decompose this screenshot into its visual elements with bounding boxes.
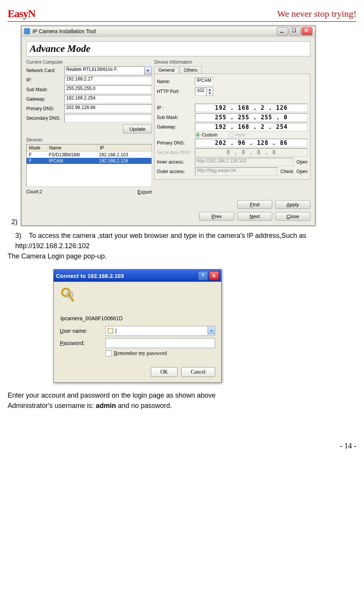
tab-others[interactable]: Others (180, 66, 202, 74)
device-row[interactable]: F IPCAM 192.168.2.126 (27, 158, 152, 164)
realm-text: ipcamera_00A8F100661D (61, 315, 215, 321)
install-tool-window: IP Camera Installation Tool Advance Mode… (21, 26, 316, 226)
svg-rect-1 (292, 29, 295, 32)
di-port-input[interactable]: 102 (195, 87, 206, 96)
user-icon (107, 328, 113, 334)
dev-name: FS/D13BM166I (46, 152, 97, 158)
username-label: User name: (60, 328, 105, 334)
di-ip-input[interactable]: 192 . 168 . 2 . 126 (195, 104, 308, 112)
cc-mask-input[interactable]: 255.255.255.0 (64, 85, 152, 94)
inner-url: http://192.168.2.126:102 (195, 158, 294, 166)
col-ip: IP (97, 144, 152, 151)
devinfo-label: Device Information (154, 59, 310, 65)
devices-header: Mode Name IP (27, 144, 152, 152)
step-2-num: 2) (11, 218, 18, 226)
dev-ip: 192.168.2.126 (97, 158, 152, 164)
close-window-icon[interactable] (301, 27, 313, 35)
window-body: Advance Mode Current Computer Network Ca… (22, 37, 315, 225)
logo: EasyN (8, 8, 35, 20)
login-title: Connect to 192.168.2.103 (56, 273, 197, 279)
count-label: Count:2 (26, 189, 64, 195)
find-button[interactable]: Find (237, 200, 272, 209)
next-button[interactable]: Next (237, 212, 272, 221)
devices-list[interactable]: Mode Name IP F FS/D13BM166I 192.168.2.10… (26, 144, 152, 187)
password-label: Password: (60, 340, 105, 346)
di-mask-label: Sub Mask: (157, 115, 195, 120)
cc-ip-label: IP: (26, 77, 64, 83)
update-button[interactable]: Update (123, 125, 152, 133)
col-mode: Mode (27, 144, 47, 151)
step-3-num: 3) (15, 232, 21, 239)
window-title: IP Camera Installation Tool (32, 28, 276, 34)
cc-gw-label: Gateway: (26, 96, 64, 102)
di-name-label: Name: (157, 79, 195, 84)
login-titlebar: Connect to 192.168.2.103 ? ✕ (54, 270, 221, 282)
dev-mode: F (27, 158, 46, 164)
login-body: ipcamera_00A8F100661D User name: ▾ Passw… (54, 282, 221, 382)
keys-icon (60, 286, 79, 305)
prev-button[interactable]: Prev (199, 212, 234, 221)
di-ip-label: IP : (157, 105, 195, 111)
cc-pdns-input[interactable]: 202.96.128.86 (64, 104, 152, 113)
di-name-input[interactable]: IPCAM (195, 77, 213, 86)
di-mask-input[interactable]: 255 . 255 . 255 . 0 (195, 113, 308, 122)
page-header: EasyN We never stop trying! (8, 8, 356, 22)
col-name: Name (47, 144, 97, 151)
outer-open-link[interactable]: Open (297, 169, 308, 174)
di-gw-label: Gateway: (157, 124, 195, 130)
radio-custom[interactable]: Custom (195, 132, 217, 138)
tab-content: Name:IPCAM HTTP Port:102▲▼ IP :192 . 168… (154, 74, 310, 180)
dev-ip: 192.168.2.103 (97, 152, 152, 158)
username-input[interactable]: ▾ (105, 326, 215, 336)
maximize-button[interactable] (289, 27, 300, 35)
inner-open-link[interactable]: Open (297, 159, 308, 165)
cc-gw-input[interactable]: 192.168.2.254 (64, 95, 152, 103)
ok-button[interactable]: OK (151, 367, 177, 377)
minimize-button[interactable] (277, 27, 288, 35)
slogan: We never stop trying! (277, 9, 356, 19)
tab-general[interactable]: General (154, 66, 179, 74)
app-icon (24, 28, 30, 34)
outer-check-link[interactable]: Check (281, 169, 294, 174)
outer-url: http://hkjg.easyn.hk (195, 167, 278, 176)
footer-line2: Administrator's username is: admin and n… (8, 401, 356, 411)
netcard-label: Network Card: (26, 68, 64, 73)
step-3-text: 3) To access the camera ,start your web … (15, 231, 356, 251)
help-icon[interactable]: ? (198, 271, 208, 280)
export-link[interactable]: Export (137, 189, 152, 195)
di-gw-input[interactable]: 192 . 168 . 2 . 254 (195, 123, 308, 131)
cc-sdns-input[interactable] (64, 114, 152, 122)
di-sdns-input: 0 . 0 . 0 . 0 (195, 148, 308, 157)
cc-ip-input[interactable]: 192.168.2.27 (64, 76, 152, 84)
current-computer-label: Current Computer (26, 59, 152, 65)
outer-label: Outer access: (157, 169, 195, 174)
remember-checkbox[interactable] (105, 350, 112, 356)
login-popup-text: The Camera Login page pop-up. (8, 251, 356, 262)
di-pdns-input[interactable]: 202 . 96 . 128 . 86 (195, 139, 308, 147)
netcard-select[interactable]: Realtek RTL8139/810x F. (64, 66, 144, 75)
apply-button[interactable]: Apply (275, 200, 310, 209)
login-dialog: Connect to 192.168.2.103 ? ✕ ipcamera_00… (53, 269, 222, 383)
radio-unchecked-icon (229, 132, 234, 138)
chevron-down-icon[interactable]: ▾ (208, 326, 215, 335)
dev-name: IPCAM (46, 158, 97, 164)
footer-line1: Enter your account and password on the l… (8, 390, 356, 401)
remember-label: Remember my password (114, 350, 167, 356)
di-port-label: HTTP Port: (157, 89, 195, 94)
dev-mode: F (27, 152, 46, 158)
install-titlebar: IP Camera Installation Tool (22, 26, 315, 37)
device-row[interactable]: F FS/D13BM166I 192.168.2.103 (27, 152, 152, 158)
svg-rect-0 (280, 32, 283, 33)
di-pdns-label: Primary DNS: (157, 140, 195, 146)
spinner-icon[interactable]: ▲▼ (206, 87, 213, 96)
cc-mask-label: Sub Mask: (26, 87, 64, 92)
chevron-down-icon[interactable]: ▾ (144, 66, 152, 75)
radio-checked-icon (195, 132, 200, 138)
cancel-button[interactable]: Cancel (181, 367, 215, 377)
inner-label: Inner access: (157, 159, 195, 165)
radio-auto[interactable]: Auto (229, 132, 245, 138)
password-input[interactable] (105, 338, 215, 348)
di-sdns-label: Secondary DNS: (157, 150, 195, 155)
close-icon[interactable]: ✕ (209, 271, 219, 280)
close-button[interactable]: Close (275, 212, 310, 221)
